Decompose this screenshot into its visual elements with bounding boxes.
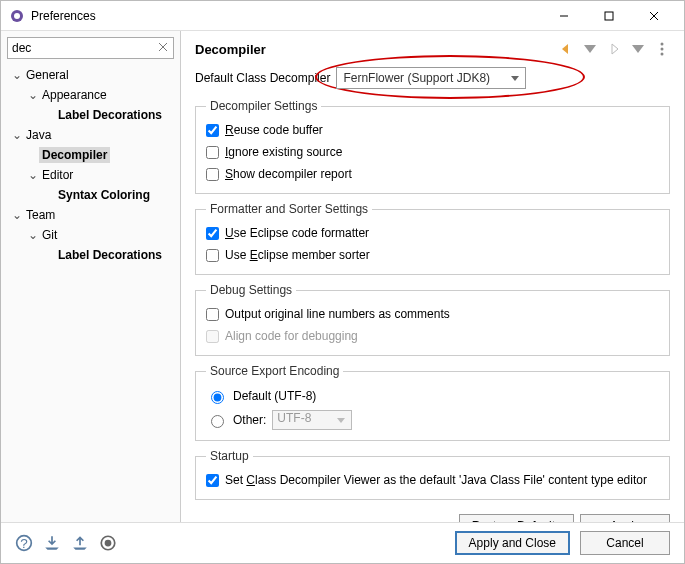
- header-nav: [558, 41, 670, 57]
- chk-usesort-label: Use Eclipse member sorter: [225, 248, 370, 262]
- radio-other-enc[interactable]: Other: UTF-8: [206, 408, 659, 432]
- chk-ignore-source[interactable]: Ignore existing source: [206, 141, 659, 163]
- svg-point-1: [14, 13, 20, 19]
- default-decompiler-combo[interactable]: FernFlower (Support JDK8): [336, 67, 526, 89]
- chk-reuse-label: Reuse code buffer: [225, 123, 323, 137]
- record-icon[interactable]: [99, 534, 117, 552]
- default-decompiler-row: Default Class Decompiler FernFlower (Sup…: [195, 67, 670, 89]
- chk-align-input: [206, 330, 219, 343]
- chevron-down-icon[interactable]: ⌄: [27, 88, 39, 102]
- body: ⌄General ⌄Appearance Label Decorations ⌄…: [1, 31, 684, 522]
- menu-icon[interactable]: [654, 41, 670, 57]
- restore-defaults-button[interactable]: Restore Defaults: [459, 514, 574, 522]
- chk-use-sorter[interactable]: Use Eclipse member sorter: [206, 244, 659, 266]
- group-formatter-settings: Formatter and Sorter Settings Use Eclips…: [195, 202, 670, 275]
- svg-point-14: [105, 540, 112, 547]
- chk-output-label: Output original line numbers as comments: [225, 307, 450, 321]
- tree-label: Label Decorations: [55, 107, 165, 123]
- window-title: Preferences: [31, 9, 541, 23]
- chk-ignore-label: Ignore existing source: [225, 145, 342, 159]
- tree-item-general[interactable]: ⌄General: [7, 65, 174, 85]
- chk-align-label: Align code for debugging: [225, 329, 358, 343]
- chk-setdefault-input[interactable]: [206, 474, 219, 487]
- tree-label: Decompiler: [39, 147, 110, 163]
- page-buttons: Restore Defaults Apply: [195, 508, 670, 522]
- tree-item-decompiler[interactable]: Decompiler: [7, 145, 174, 165]
- content: Decompiler Default Class Decompiler Fern…: [181, 31, 684, 522]
- tree-item-appearance[interactable]: ⌄Appearance: [7, 85, 174, 105]
- minimize-button[interactable]: [541, 2, 586, 30]
- apply-button[interactable]: Apply: [580, 514, 670, 522]
- maximize-button[interactable]: [586, 2, 631, 30]
- tree-item-git[interactable]: ⌄Git: [7, 225, 174, 245]
- tree-item-syntax-coloring[interactable]: Syntax Coloring: [7, 185, 174, 205]
- default-decompiler-label: Default Class Decompiler: [195, 71, 330, 85]
- chevron-down-icon[interactable]: ⌄: [27, 168, 39, 182]
- chk-setdefault-label: Set Class Decompiler Viewer as the defau…: [225, 473, 647, 487]
- tree-label: Appearance: [39, 87, 110, 103]
- radio-default-input[interactable]: [211, 391, 224, 404]
- sidebar: ⌄General ⌄Appearance Label Decorations ⌄…: [1, 31, 181, 522]
- radio-default-enc[interactable]: Default (UTF-8): [206, 384, 659, 408]
- chk-use-formatter[interactable]: Use Eclipse code formatter: [206, 222, 659, 244]
- chevron-down-icon[interactable]: ⌄: [11, 128, 23, 142]
- group-encoding: Source Export Encoding Default (UTF-8) O…: [195, 364, 670, 441]
- chk-reuse-buffer[interactable]: Reuse code buffer: [206, 119, 659, 141]
- other-encoding-combo: UTF-8: [272, 410, 352, 430]
- chk-output-lines[interactable]: Output original line numbers as comments: [206, 303, 659, 325]
- combo-value: FernFlower (Support JDK8): [343, 71, 490, 85]
- group-legend: Source Export Encoding: [206, 364, 343, 378]
- help-icon[interactable]: ?: [15, 534, 33, 552]
- chevron-down-icon[interactable]: ⌄: [11, 68, 23, 82]
- tree-item-label-decorations-git[interactable]: Label Decorations: [7, 245, 174, 265]
- chevron-down-icon[interactable]: ⌄: [11, 208, 23, 222]
- forward-dropdown-icon[interactable]: [630, 41, 646, 57]
- tree-label: Syntax Coloring: [55, 187, 153, 203]
- chk-show-report[interactable]: Show decompiler report: [206, 163, 659, 185]
- group-decompiler-settings: Decompiler Settings Reuse code buffer Ig…: [195, 99, 670, 194]
- search-wrap: [7, 37, 174, 59]
- svg-point-10: [661, 53, 664, 56]
- window-buttons: [541, 2, 676, 30]
- import-icon[interactable]: [43, 534, 61, 552]
- group-legend: Startup: [206, 449, 253, 463]
- forward-icon[interactable]: [606, 41, 622, 57]
- svg-rect-3: [605, 12, 613, 20]
- chk-report-input[interactable]: [206, 168, 219, 181]
- back-icon[interactable]: [558, 41, 574, 57]
- page-header: Decompiler: [195, 41, 670, 57]
- tree-label: Editor: [39, 167, 76, 183]
- tree-item-label-decorations[interactable]: Label Decorations: [7, 105, 174, 125]
- svg-point-9: [661, 48, 664, 51]
- tree-item-editor[interactable]: ⌄Editor: [7, 165, 174, 185]
- back-dropdown-icon[interactable]: [582, 41, 598, 57]
- footer: ? Apply and Close Cancel: [1, 522, 684, 563]
- chk-set-default-viewer[interactable]: Set Class Decompiler Viewer as the defau…: [206, 469, 659, 491]
- group-legend: Decompiler Settings: [206, 99, 321, 113]
- nav-tree: ⌄General ⌄Appearance Label Decorations ⌄…: [7, 65, 174, 516]
- app-icon: [9, 8, 25, 24]
- tree-item-team[interactable]: ⌄Team: [7, 205, 174, 225]
- tree-label: Java: [23, 127, 54, 143]
- chk-usefmt-label: Use Eclipse code formatter: [225, 226, 369, 240]
- tree-label: Label Decorations: [55, 247, 165, 263]
- close-button[interactable]: [631, 2, 676, 30]
- clear-filter-icon[interactable]: [156, 40, 170, 54]
- chk-ignore-input[interactable]: [206, 146, 219, 159]
- chk-reuse-input[interactable]: [206, 124, 219, 137]
- chk-usesort-input[interactable]: [206, 249, 219, 262]
- chevron-down-icon[interactable]: ⌄: [27, 228, 39, 242]
- chk-usefmt-input[interactable]: [206, 227, 219, 240]
- chk-output-input[interactable]: [206, 308, 219, 321]
- svg-text:?: ?: [20, 536, 28, 551]
- filter-input[interactable]: [7, 37, 174, 59]
- group-legend: Debug Settings: [206, 283, 296, 297]
- group-debug-settings: Debug Settings Output original line numb…: [195, 283, 670, 356]
- tree-item-java[interactable]: ⌄Java: [7, 125, 174, 145]
- cancel-button[interactable]: Cancel: [580, 531, 670, 555]
- page-title: Decompiler: [195, 42, 558, 57]
- radio-other-input[interactable]: [211, 415, 224, 428]
- apply-and-close-button[interactable]: Apply and Close: [455, 531, 570, 555]
- export-icon[interactable]: [71, 534, 89, 552]
- radio-other-label: Other:: [233, 413, 266, 427]
